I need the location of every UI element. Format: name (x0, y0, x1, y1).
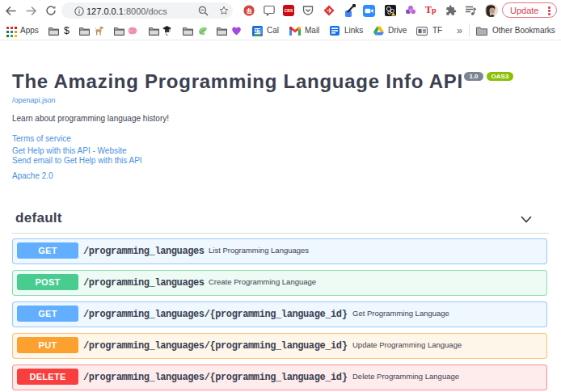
svg-text:27: 27 (255, 28, 261, 34)
